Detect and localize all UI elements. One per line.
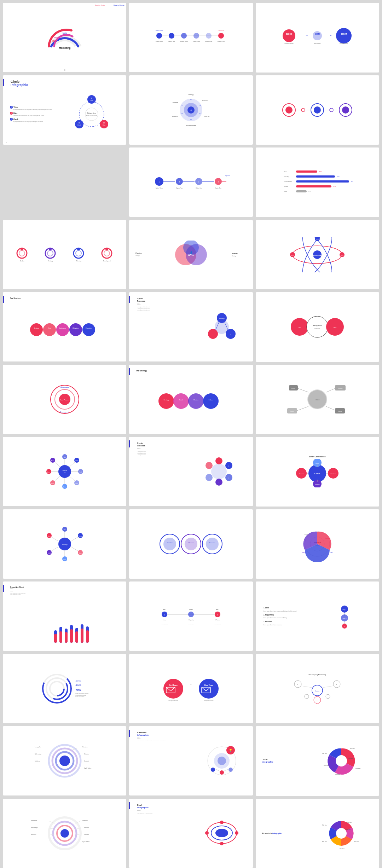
slide-13-layout: CycleProcess Subtitle Lorem ipsum dolor … <box>133 296 249 358</box>
slide-29-content: Our Company Partnership Center A B C <box>259 658 376 720</box>
svg-text:Cycle Values: Cycle Values <box>84 768 91 769</box>
svg-text:Creative: Creative <box>331 473 336 475</box>
svg-text:Lead: Lead <box>302 552 305 553</box>
slide-12: Our Strategy Strategy Retail Conference … <box>3 292 126 361</box>
slide-4-diagram: Reduce time A peep or some distant 01 Th… <box>60 93 123 135</box>
svg-point-344 <box>326 694 330 699</box>
slide-34-subtitle: Subtitle <box>137 810 192 811</box>
oval-svg <box>204 818 239 848</box>
svg-text:→: → <box>305 34 308 37</box>
svg-text:2: 2 <box>179 181 180 183</box>
svg-text:Option Three: Option Three <box>180 40 188 42</box>
slide-6-content <box>259 79 376 141</box>
slide-35-wheel: Write Here Write Here Write Here Write H… <box>309 816 375 851</box>
svg-text:Retail: Retail <box>179 399 183 401</box>
svg-point-109 <box>77 248 80 250</box>
svg-rect-90 <box>296 175 335 178</box>
slide-6 <box>256 75 379 145</box>
slide-17: Photo Genius Strategy Future Values <box>256 365 379 434</box>
svg-text:Option Six: Option Six <box>225 175 230 177</box>
svg-text:Write Here: Write Here <box>350 748 355 750</box>
strategy-label-2: Strategy <box>232 255 247 257</box>
slide-8: Titter 30% Branding 55% Social Media 75%… <box>256 147 379 217</box>
partnership-svg: Center A B C <box>289 677 346 704</box>
ring-2-label: Strategy <box>48 260 53 262</box>
ring-4-svg <box>101 247 113 260</box>
slide-24-header: Graphic Chart Subtitle <box>6 585 123 590</box>
svg-text:Motivation: Motivation <box>73 328 79 329</box>
slide-33: Overview Solution Gradient Cycle Values … <box>3 799 126 868</box>
svg-text:A peep or some distant: A peep or some distant <box>86 115 97 116</box>
svg-text:Branding: Branding <box>284 176 289 178</box>
slide-34-layout: OvalInfographic Subtitle Lorem ipsum dol… <box>133 802 249 864</box>
percent-25: 25% <box>76 679 88 682</box>
slide-12-content: Strategy Retail Conference Motivation Pr… <box>6 299 123 358</box>
svg-point-398 <box>336 828 347 839</box>
svg-line-339 <box>323 686 333 688</box>
svg-text:Write Here: Write Here <box>322 753 327 754</box>
svg-point-37 <box>75 120 83 128</box>
slide-19-left: CycleProcess Subtitle Lorem ipsum dolor.… <box>133 440 189 503</box>
slide-19-diagram: 1 2 3 4 5 6 <box>189 440 249 503</box>
svg-text:Web Design: Web Design <box>314 43 321 44</box>
slide-18: Strategy Hub Taleo Cloud Atone People Ab… <box>3 437 126 506</box>
svg-text:Option Two: Option Two <box>196 187 202 189</box>
svg-text:Step 3: Step 3 <box>216 609 219 610</box>
svg-text:Write Here: Write Here <box>354 841 359 843</box>
bullet-2-title: Make <box>13 112 17 114</box>
slide-26: 1. Loss Lorem ipsum dolor sit amet conse… <box>256 581 379 651</box>
svg-text:Start Up: Start Up <box>204 116 210 117</box>
slide-26-step2-text: Lorem ipsum dolor sit amet consectetur a… <box>264 617 318 619</box>
svg-text:Write Here: Write Here <box>355 768 361 769</box>
slide-1-content: Marketing 65% 100% 80% <box>6 6 123 69</box>
svg-text:$16.5M: $16.5M <box>286 33 292 35</box>
svg-text:60%: 60% <box>308 191 311 192</box>
svg-text:Step 1: Step 1 <box>163 609 166 610</box>
svg-line-206 <box>69 476 75 481</box>
marketing-arcs-svg: Marketing 65% 100% 80% <box>44 23 86 52</box>
analyze-label: Analyze <box>232 253 247 254</box>
svg-text:Option Two: Option Two <box>215 187 221 189</box>
slide-31-diagram: 💡 <box>194 730 249 792</box>
slide-31-layout: BusinessInfographic Subtitle Lorem ipsum… <box>133 730 249 792</box>
slide-26-step2: 2. Supporting <box>264 614 318 617</box>
slide-4-body: 01 Think A peep or some distant orb has … <box>6 87 123 141</box>
svg-text:description text: description text <box>188 624 194 625</box>
slide-31-accent <box>129 730 130 737</box>
svg-point-102 <box>19 250 25 256</box>
slide-35-left: Slices circle infographic <box>261 831 309 835</box>
slide-2: Option One Option Two Option Three Optio… <box>129 3 253 72</box>
slide-9: Analyze Strategy Planning <box>3 220 126 289</box>
svg-text:Maintenance: Maintenance <box>60 386 69 388</box>
slides-grid: Creative Design Creative Design Marketin… <box>0 0 382 868</box>
ring-1-svg <box>16 247 28 260</box>
svg-text:C: C <box>317 700 318 701</box>
svg-text:Resource: Resource <box>209 542 215 544</box>
slide-35-title: Slices circle infographic <box>262 832 308 834</box>
svg-point-105 <box>47 250 53 256</box>
slide-16: Our Strategy Strategy Retail Mission Cul… <box>129 365 253 434</box>
svg-text:Mission: Mission <box>193 399 198 401</box>
svg-rect-282 <box>54 634 57 643</box>
svg-point-67 <box>301 108 305 112</box>
svg-text:Write Here: Write Here <box>340 848 345 850</box>
svg-text:03: 03 <box>79 122 80 124</box>
svg-point-106 <box>49 248 52 250</box>
svg-point-19 <box>283 29 295 42</box>
svg-text:description text: description text <box>215 624 221 625</box>
svg-text:55: 55 <box>181 113 183 115</box>
svg-text:Red Team: Red Team <box>169 684 178 686</box>
svg-text:Step 2: Step 2 <box>342 618 347 619</box>
slide-18-content: Strategy Hub Taleo Cloud Atone People Ab… <box>6 440 123 503</box>
slide-28-content: Red Team Blue Team vs description text h… <box>133 658 249 720</box>
svg-text:Conference: Conference <box>59 328 66 329</box>
svg-point-108 <box>76 250 81 256</box>
svg-point-8 <box>193 33 199 39</box>
slide-26-content: 1. Loss Lorem ipsum dolor sit amet conse… <box>259 585 376 648</box>
slide-20-content: Smart Construction Center Finance Creati… <box>259 440 376 503</box>
svg-text:Talent: Talent <box>75 483 78 484</box>
bullet-3-title: Check <box>13 118 18 120</box>
svg-point-10 <box>218 33 224 39</box>
svg-point-111 <box>104 250 110 256</box>
slide-12-title: Our Strategy <box>6 296 123 299</box>
